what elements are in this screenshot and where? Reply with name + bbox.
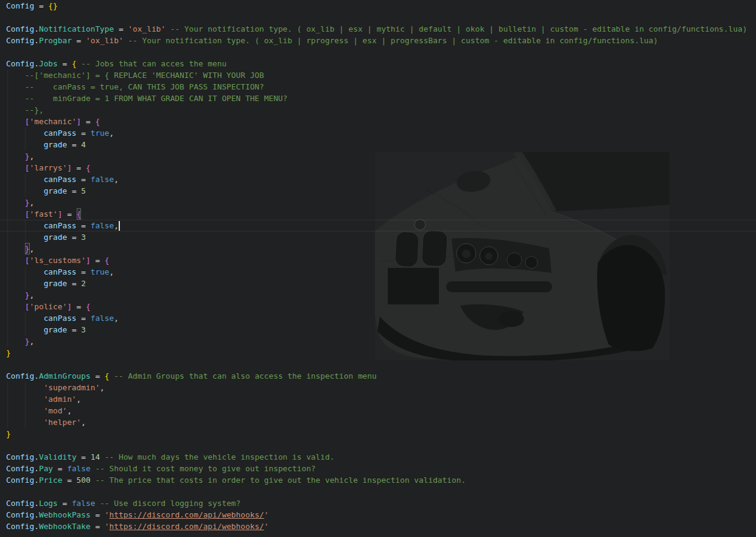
- token-var: grade: [44, 231, 68, 243]
- token-str: 'ls_customs': [30, 254, 86, 266]
- token-b2: {: [105, 254, 110, 266]
- token-str: 'superadmin': [44, 382, 100, 393]
- code-line[interactable]: [0, 486, 756, 497]
- code-line[interactable]: },: [0, 289, 756, 301]
- token-cmt: -- Should it cost money to give out insp…: [91, 463, 316, 474]
- code-editor[interactable]: Config = {}Config.NotificationType = 'ox…: [0, 0, 756, 537]
- token-num: 500: [77, 474, 91, 486]
- token-cmt: -- The price that costs in order to give…: [91, 474, 466, 486]
- token-op: ,: [77, 393, 82, 405]
- token-b2: {: [77, 208, 82, 220]
- code-line[interactable]: [0, 359, 756, 370]
- code-line[interactable]: canPass = true,: [0, 127, 756, 139]
- code-line[interactable]: canPass = false,: [0, 220, 756, 231]
- token-op: [6, 278, 44, 289]
- code-line[interactable]: Config.AdminGroups = { -- Admin Groups t…: [0, 370, 756, 382]
- code-line[interactable]: Config.Price = 500 -- The price that cos…: [0, 474, 756, 486]
- code-line[interactable]: grade = 2: [0, 278, 756, 289]
- code-line[interactable]: Config.Jobs = { -- Jobs that can acces t…: [0, 58, 756, 69]
- code-line[interactable]: Config.Pay = false -- Should it cost mon…: [0, 463, 756, 474]
- code-line[interactable]: Config = {}: [0, 0, 756, 12]
- token-b2: [: [25, 116, 30, 127]
- code-line[interactable]: [0, 12, 756, 23]
- token-op: [6, 254, 25, 266]
- code-line[interactable]: Config.Logs = false -- Use discord loggi…: [0, 497, 756, 509]
- token-op: .: [34, 497, 39, 509]
- code-line[interactable]: [0, 46, 756, 58]
- token-op: =: [81, 116, 95, 127]
- token-str: 'fast': [30, 208, 58, 220]
- token-op: [6, 231, 44, 243]
- token-op: ,: [67, 405, 72, 416]
- code-line[interactable]: ['larrys'] = {: [0, 162, 756, 174]
- token-cmt: -- Use discord logging system?: [95, 497, 240, 509]
- token-var: Config: [6, 370, 34, 382]
- token-b2: [: [25, 208, 30, 220]
- token-op: =: [34, 0, 48, 12]
- token-b2: ]: [58, 208, 63, 220]
- token-op: .: [34, 474, 39, 486]
- code-line[interactable]: -- canPass = true, CAN THIS JOB PASS INS…: [0, 81, 756, 93]
- token-b2: {: [86, 162, 91, 174]
- code-line[interactable]: canPass = true,: [0, 266, 756, 278]
- token-op: [6, 405, 44, 416]
- code-line[interactable]: --},: [0, 104, 756, 116]
- code-line[interactable]: -- minGrade = 1 FROM WHAT GRADE CAN IT O…: [0, 93, 756, 104]
- token-op: .: [34, 370, 39, 382]
- code-line[interactable]: grade = 4: [0, 139, 756, 150]
- token-b2: {: [86, 301, 91, 312]
- code-line[interactable]: },: [0, 335, 756, 347]
- token-op: =: [77, 451, 91, 463]
- code-line[interactable]: ['police'] = {: [0, 301, 756, 312]
- code-line[interactable]: Config.Progbar = 'ox_lib' -- Your notifi…: [0, 35, 756, 46]
- code-line[interactable]: canPass = false,: [0, 174, 756, 185]
- token-op: [6, 162, 25, 174]
- token-op: ,: [100, 382, 105, 393]
- token-cmt: -- canPass = true, CAN THIS JOB PASS INS…: [6, 81, 264, 93]
- token-b2: }: [25, 289, 30, 301]
- code-line[interactable]: }: [0, 428, 756, 440]
- token-bool: true: [91, 266, 110, 278]
- token-op: =: [58, 58, 72, 69]
- code-line[interactable]: grade = 3: [0, 231, 756, 243]
- token-str: 'admin': [44, 393, 77, 405]
- token-var: canPass: [44, 174, 77, 185]
- token-op: =: [72, 301, 86, 312]
- code-line[interactable]: 'superadmin',: [0, 382, 756, 393]
- token-op: =: [58, 497, 72, 509]
- code-line[interactable]: grade = 5: [0, 185, 756, 197]
- code-line[interactable]: ['fast'] = {: [0, 208, 756, 220]
- token-op: ,: [114, 312, 119, 324]
- code-line[interactable]: }: [0, 347, 756, 359]
- token-op: [6, 174, 44, 185]
- code-line[interactable]: 'helper',: [0, 416, 756, 428]
- token-op: =: [67, 185, 81, 197]
- token-prop: Validity: [39, 451, 77, 463]
- code-line[interactable]: [0, 440, 756, 451]
- token-op: =: [53, 463, 67, 474]
- code-line[interactable]: Config.WebhookPass = 'https://discord.co…: [0, 509, 756, 521]
- code-line[interactable]: },: [0, 243, 756, 254]
- token-op: [6, 220, 44, 231]
- code-line[interactable]: --['mechanic'] = { REPLACE 'MECHANIC' WI…: [0, 69, 756, 81]
- token-var: Config: [6, 521, 34, 532]
- token-op: [6, 382, 44, 393]
- code-lines[interactable]: Config = {}Config.NotificationType = 'ox…: [0, 0, 756, 532]
- code-line[interactable]: grade = 3: [0, 324, 756, 335]
- token-op: =: [72, 162, 86, 174]
- token-b2: }: [25, 150, 30, 162]
- code-line[interactable]: },: [0, 150, 756, 162]
- token-op: =: [63, 208, 77, 220]
- code-line[interactable]: Config.Validity = 14 -- How much days th…: [0, 451, 756, 463]
- token-op: [6, 335, 25, 347]
- code-line[interactable]: Config.NotificationType = 'ox_lib' -- Yo…: [0, 23, 756, 35]
- code-line[interactable]: },: [0, 197, 756, 208]
- code-line[interactable]: canPass = false,: [0, 312, 756, 324]
- code-line[interactable]: 'admin',: [0, 393, 756, 405]
- token-str: 'ox_lib': [86, 35, 124, 46]
- code-line[interactable]: Config.WebhookTake = 'https://discord.co…: [0, 521, 756, 532]
- token-b2: ]: [77, 116, 82, 127]
- code-line[interactable]: ['mechanic'] = {: [0, 116, 756, 127]
- code-line[interactable]: 'mod',: [0, 405, 756, 416]
- code-line[interactable]: ['ls_customs'] = {: [0, 254, 756, 266]
